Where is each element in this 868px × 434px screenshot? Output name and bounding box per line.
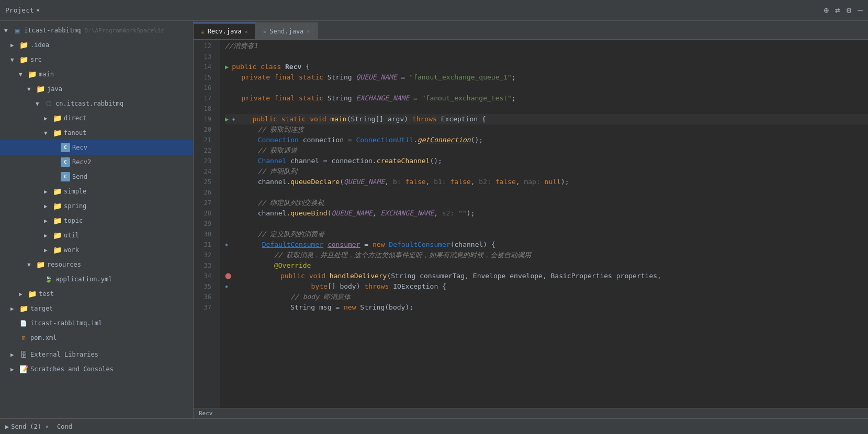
qname-28: QUEUE_NAME <box>332 208 373 219</box>
kw-private-17: private <box>241 93 274 104</box>
tree-direct[interactable]: ▶ 📁 direct <box>0 111 193 125</box>
indent-27 <box>225 198 258 208</box>
indent-20 <box>225 124 258 135</box>
tree-pom[interactable]: m pom.xml <box>0 330 193 345</box>
settings-icon[interactable]: ⚙ <box>847 5 852 15</box>
idea-folder-icon: 📁 <box>19 40 28 50</box>
tree-recv2[interactable]: C Recv2 <box>0 155 193 169</box>
scratches-label: Scratches and Consoles <box>30 366 114 373</box>
method-qbind-28: queueBind <box>290 208 327 219</box>
pom-icon: m <box>19 333 28 342</box>
recv-tab-label: Recv.java <box>208 28 242 35</box>
semi-17: ; <box>512 93 516 104</box>
comma4-25: , <box>516 177 524 187</box>
code-line-33: @Override <box>225 260 868 271</box>
tree-application-yml[interactable]: 🍃 application.yml <box>0 272 193 287</box>
var-body-35: body) <box>340 281 364 292</box>
tree-package[interactable]: ▼ ⬡ cn.itcast.rabbitmq <box>0 96 193 111</box>
tree-send[interactable]: C Send <box>0 169 193 184</box>
rparen-19: ) <box>404 114 412 124</box>
tree-idea[interactable]: ▶ 📁 .idea <box>0 38 193 52</box>
ln-17: 17 <box>194 93 216 104</box>
tree-fanout[interactable]: ▼ 📁 fanout <box>0 125 193 140</box>
method-main-19: main <box>330 114 346 124</box>
recv2-label: Recv2 <box>72 158 91 166</box>
str-28: "" <box>458 208 467 219</box>
bottom-tab-send[interactable]: ▶ Send (2) ✕ <box>5 423 49 430</box>
tab-send[interactable]: ☕ Send.java ✕ <box>256 22 318 39</box>
yml-icon: 🍃 <box>44 275 53 284</box>
paren-19: ( <box>347 114 351 124</box>
annotation-33: @Override <box>274 260 311 271</box>
tree-iml[interactable]: 📄 itcast-rabbitmq.iml <box>0 316 193 330</box>
add-icon[interactable]: ⊕ <box>824 5 829 15</box>
kw-throws-35: throws <box>364 281 393 292</box>
tree-work[interactable]: ▶ 📁 work <box>0 243 193 257</box>
label-b2-25: b2: <box>479 177 495 187</box>
src-arrow: ▼ <box>10 56 19 63</box>
close-28: ); <box>467 208 475 219</box>
project-root[interactable]: ▼ ▣ itcast-rabbitmq D:\AProgramWorkSpace… <box>0 23 193 38</box>
p1-28: ( <box>328 208 332 219</box>
split-icon[interactable]: ⇄ <box>835 5 840 15</box>
target-arrow: ▶ <box>10 305 19 312</box>
bookmark-35[interactable]: ◈ <box>225 281 228 292</box>
code-line-14: ▶ public class Recv { <box>225 62 868 72</box>
resources-arrow: ▼ <box>27 261 36 268</box>
kw-static-15: static <box>299 72 328 83</box>
fanout-label: fanout <box>64 129 86 136</box>
java-folder-icon: 📁 <box>36 84 45 94</box>
indent-21 <box>225 135 258 145</box>
tree-spring[interactable]: ▶ 📁 spring <box>0 199 193 213</box>
run-btn-14[interactable]: ▶ <box>225 62 229 72</box>
indent-23 <box>225 156 258 166</box>
classname-14: Recv <box>285 62 306 72</box>
tree-src[interactable]: ▼ 📁 src <box>0 52 193 67</box>
line-numbers: 12 13 14 15 16 17 18 19 20 21 22 23 24 2… <box>194 40 220 408</box>
project-dropdown[interactable]: Project ▾ <box>5 6 40 14</box>
tree-resources[interactable]: ▼ 📁 resources <box>0 257 193 272</box>
tree-scratches[interactable]: ▶ 📝 Scratches and Consoles <box>0 362 193 376</box>
obj-25: channel. <box>258 177 291 187</box>
indent-31 <box>229 239 262 250</box>
sidebar-tree: ▼ ▣ itcast-rabbitmq D:\AProgramWorkSpace… <box>0 21 193 418</box>
val-false2-25: false <box>450 177 471 187</box>
code-editor[interactable]: 12 13 14 15 16 17 18 19 20 21 22 23 24 2… <box>194 40 868 408</box>
tree-simple[interactable]: ▶ 📁 simple <box>0 184 193 199</box>
ln-26: 26 <box>194 187 216 198</box>
debug-btn-34[interactable]: ⬤ <box>225 271 231 281</box>
type-str-37: String <box>290 302 319 313</box>
minimize-icon[interactable]: — <box>858 5 863 15</box>
ln-20: 20 <box>194 124 216 135</box>
bookmark-19[interactable]: ◈ <box>232 114 235 124</box>
tree-util[interactable]: ▶ 📁 util <box>0 228 193 243</box>
bottom-tab-close[interactable]: ✕ <box>46 424 49 429</box>
p-34: ( <box>387 271 391 281</box>
tree-target[interactable]: ▶ 📁 target <box>0 301 193 316</box>
tree-topic[interactable]: ▶ 📁 topic <box>0 213 193 228</box>
test-arrow: ▶ <box>19 291 27 298</box>
tree-ext-libraries[interactable]: ▶ 🗄 External Libraries <box>0 347 193 362</box>
run-btn-19[interactable]: ▶ <box>225 114 229 124</box>
comma2-28: , <box>434 208 442 219</box>
tree-java[interactable]: ▼ 📁 java <box>0 82 193 96</box>
tree-test[interactable]: ▶ 📁 test <box>0 287 193 301</box>
send-tab-close[interactable]: ✕ <box>307 28 310 34</box>
ln-22: 22 <box>194 145 216 156</box>
call-21: (); <box>471 135 483 145</box>
type-string2-37: String <box>360 302 385 313</box>
tab-recv[interactable]: ☕ Recv.java ✕ <box>194 22 256 39</box>
var-msg-37: msg = <box>319 302 344 313</box>
title-bar: Project ▾ ⊕ ⇄ ⚙ — <box>0 0 868 21</box>
java-label: java <box>47 85 62 93</box>
p1-25: ( <box>340 177 344 187</box>
spring-arrow: ▶ <box>44 203 52 210</box>
val-false3-25: false <box>495 177 516 187</box>
ln-15: 15 <box>194 72 216 83</box>
tree-recv[interactable]: C Recv <box>0 140 193 155</box>
type-channel-23: Channel <box>258 156 291 166</box>
bookmark-31[interactable]: ◈ <box>225 239 228 250</box>
var-props-34: properties, <box>616 271 661 281</box>
tree-main[interactable]: ▼ 📁 main <box>0 67 193 82</box>
recv-tab-close[interactable]: ✕ <box>245 29 248 35</box>
